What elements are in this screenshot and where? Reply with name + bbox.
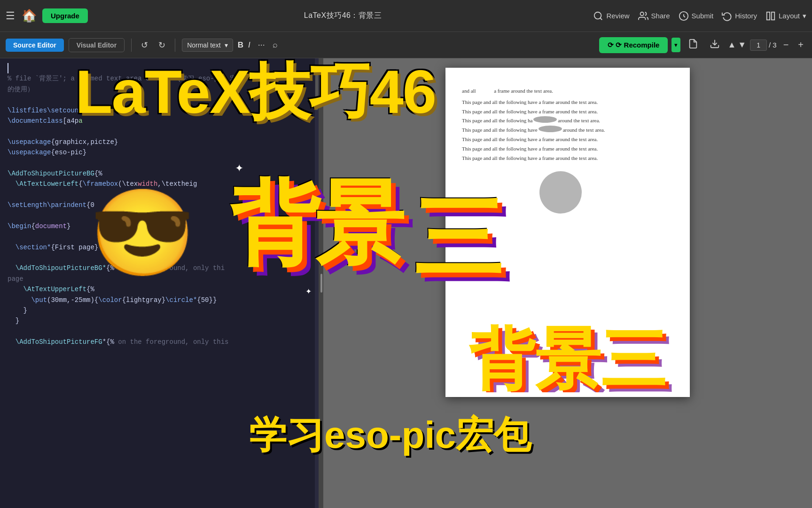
submit-button[interactable]: Submit — [679, 11, 714, 21]
pdf-text-line: and all a frame around the text area. — [462, 87, 673, 96]
code-line: \AddToShipoutPictureBG{% — [8, 168, 311, 179]
code-editor-panel[interactable]: % file `背景三'; a framed text area example… — [0, 58, 320, 508]
code-line — [8, 190, 311, 200]
code-line: % file `背景三'; a framed text area example… — [8, 73, 311, 84]
separator-1 — [131, 39, 132, 52]
pdf-text-line: This page and all the following have aro… — [462, 126, 673, 135]
svg-rect-3 — [767, 12, 770, 20]
code-line: \AddToShipoutPictureFG*{% on the foregro… — [8, 337, 311, 347]
review-button[interactable]: Review — [593, 11, 629, 21]
code-line: \section*{First page} — [8, 242, 311, 253]
page-indicator: 1 / 3 — [750, 40, 777, 51]
recompile-dropdown-button[interactable]: ▾ — [671, 38, 680, 52]
code-line — [8, 231, 311, 242]
code-line: \documentclass[a4pa — [8, 116, 311, 126]
pdf-download-button[interactable] — [706, 37, 724, 53]
format-dropdown[interactable]: Normal text ▾ — [182, 39, 233, 52]
home-icon[interactable]: 🏠 — [22, 8, 37, 23]
share-button[interactable]: Share — [638, 11, 670, 21]
code-line — [8, 210, 311, 221]
pdf-text-line: This page and all the following have a f… — [462, 144, 673, 154]
document-title: LaTeX技巧46：背景三 — [96, 11, 590, 21]
svg-rect-4 — [772, 12, 774, 20]
italic-button[interactable]: I — [248, 40, 250, 50]
pdf-preview-panel[interactable]: and all a frame around the text area. Th… — [323, 58, 812, 508]
redo-button[interactable]: ↻ — [156, 38, 168, 52]
svg-point-0 — [594, 12, 601, 19]
code-line: } — [8, 305, 311, 316]
top-navigation: ☰ 🏠 Upgrade LaTeX技巧46：背景三 Review Share S… — [0, 0, 812, 32]
code-line — [8, 253, 311, 263]
pdf-circle-decoration — [539, 171, 582, 214]
pdf-text-line: This page and all the following have a f… — [462, 107, 673, 117]
source-editor-tab[interactable]: Source Editor — [6, 39, 64, 52]
layout-button[interactable]: Layout ▾ — [765, 11, 806, 21]
menu-icon[interactable]: ☰ — [6, 10, 15, 22]
scrollbar-thumb[interactable] — [315, 72, 318, 110]
separator-2 — [175, 39, 175, 52]
code-line — [8, 126, 311, 136]
next-page-button[interactable]: ▼ — [738, 40, 746, 50]
code-line: } — [8, 316, 311, 326]
recompile-section: ⟳ ⟳ Recompile ▾ ▲ ▼ 1 / 3 − + — [599, 37, 806, 53]
pdf-bg-decoration: 背 景 三 — [445, 214, 690, 392]
nav-actions: Review Share Submit History Layout ▾ — [593, 11, 806, 21]
pdf-text-line: This page and all the following have a f… — [462, 98, 673, 107]
pdf-view-button[interactable] — [684, 37, 702, 53]
zoom-in-button[interactable]: + — [795, 38, 806, 52]
scrollbar-track — [315, 58, 319, 508]
bold-button[interactable]: B — [238, 40, 243, 50]
editor-toolbar: Source Editor Visual Editor ↺ ↻ Normal t… — [0, 32, 812, 58]
code-line — [8, 326, 311, 337]
page-navigation: ▲ ▼ — [727, 40, 746, 50]
code-line: \usepackage{graphicx,pictze} — [8, 137, 311, 147]
code-line: \put(30mm,-25mm){\color{lightgray}\circl… — [8, 295, 311, 305]
code-line: \AtTextLowerLeft{\framebox(\texwidth,\te… — [8, 179, 311, 189]
pdf-char-bei: 背 — [469, 326, 535, 392]
code-line: \listfiles\setcounter — [8, 105, 311, 116]
code-line: \usepackage{eso-pic} — [8, 147, 311, 158]
code-line: 的使用） — [8, 84, 311, 95]
code-line: \AtTextUpperLeft{% — [8, 284, 311, 294]
code-line — [8, 95, 311, 105]
history-button[interactable]: History — [722, 11, 757, 21]
pdf-text-line: This page and all the following have a f… — [462, 135, 673, 144]
prev-page-button[interactable]: ▲ — [727, 40, 736, 50]
code-line: page — [8, 274, 311, 284]
page-current-input[interactable]: 1 — [750, 40, 767, 51]
pdf-text-line: This page and all the following have a f… — [462, 154, 673, 163]
pdf-char-jing: 景 — [535, 326, 601, 392]
svg-point-1 — [640, 12, 643, 15]
code-line: \setLength\parindent{0 — [8, 200, 311, 210]
code-line: \begin{document} — [8, 221, 311, 231]
panel-resize-handle[interactable] — [320, 58, 323, 508]
upgrade-button[interactable]: Upgrade — [42, 8, 88, 23]
visual-editor-tab[interactable]: Visual Editor — [69, 38, 125, 52]
main-content: % file `背景三'; a framed text area example… — [0, 58, 812, 508]
recompile-button[interactable]: ⟳ ⟳ Recompile — [599, 37, 668, 53]
pdf-text-line: This page and all the following ha aroun… — [462, 116, 673, 126]
undo-button[interactable]: ↺ — [138, 38, 151, 52]
code-line — [8, 63, 311, 73]
pdf-char-san: 三 — [601, 326, 666, 392]
search-button[interactable]: ⌕ — [273, 40, 278, 50]
pdf-text-content: and all a frame around the text area. Th… — [445, 68, 690, 182]
code-editor-content[interactable]: % file `背景三'; a framed text area example… — [0, 58, 319, 508]
more-button[interactable]: ··· — [255, 38, 268, 52]
code-line: \AddToShipoutPictureBG*{% on the backgro… — [8, 263, 311, 273]
code-line — [8, 158, 311, 168]
zoom-out-button[interactable]: − — [781, 38, 792, 52]
pdf-page: and all a frame around the text area. Th… — [445, 68, 690, 397]
